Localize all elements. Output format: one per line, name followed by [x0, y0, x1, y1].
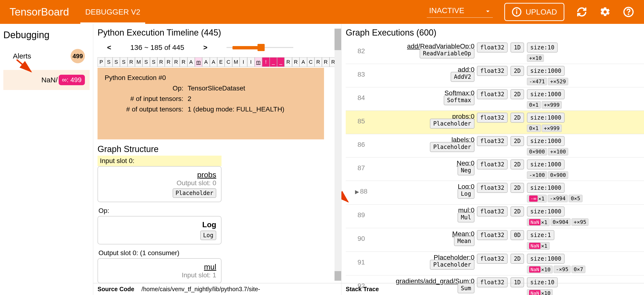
value-tags: -×1000×900: [527, 171, 569, 179]
row-index: 86: [346, 136, 377, 148]
input-slot-box[interactable]: probs Output slot: 0 Placeholder: [98, 166, 222, 202]
graph-exec-row[interactable]: 90Mean:0Meanfloat320Dsize:1NaN×1: [346, 228, 644, 252]
graph-exec-row[interactable]: 91Placeholder:0Placeholderfloat322Dsize:…: [346, 252, 644, 275]
size-pill: size:1000: [527, 136, 564, 146]
upload-button[interactable]: UPLOAD: [504, 3, 564, 21]
timeline-cell[interactable]: C: [307, 57, 314, 67]
dtype-pill: float32: [477, 254, 508, 264]
dtype-pill: float32: [477, 136, 508, 146]
op-pill: Log: [200, 230, 216, 240]
exec-out-label: # of output tensors:: [105, 106, 183, 113]
tab-debugger[interactable]: DEBUGGER V2: [80, 0, 145, 24]
timeline-pager: < 136 ~ 185 of 445 >: [98, 41, 337, 56]
timeline-cell[interactable]: S: [142, 57, 150, 67]
status-select[interactable]: INACTIVE: [427, 6, 493, 18]
graph-exec-row[interactable]: 86labels:0Placeholderfloat322Dsize:10000…: [346, 134, 644, 158]
timeline-cell[interactable]: R: [128, 57, 135, 67]
value-tags: 0×900+×100: [527, 148, 569, 155]
annotation-arrow-icon: [14, 57, 36, 76]
timeline-cell[interactable]: S: [150, 57, 157, 67]
row-index: 82: [346, 43, 377, 55]
timeline-cell[interactable]: R: [292, 57, 300, 67]
op-pill: Log: [458, 189, 474, 199]
graph-exec-row[interactable]: 84Softmax:0Softmaxfloat322Dsize:10000×1+…: [346, 87, 644, 111]
value-tags: -×471+×529: [527, 78, 569, 85]
graph-exec-row[interactable]: 85probs:0Placeholderfloat322Dsize:10000×…: [346, 111, 644, 134]
pager-prev[interactable]: <: [107, 44, 111, 52]
chevron-down-icon: [484, 7, 492, 15]
timeline-cell[interactable]: R: [314, 57, 322, 67]
op-name: Log: [103, 220, 216, 229]
dtype-pill: float32: [477, 206, 508, 216]
refresh-button[interactable]: [576, 6, 588, 18]
timeline-cell[interactable]: R: [172, 57, 180, 67]
graph-exec-row[interactable]: ▶88Log:0Logfloat322Dsize:1000-∞×1-×9940×…: [346, 181, 644, 204]
dtype-pill: float32: [477, 66, 508, 76]
exec-op-value: TensorSliceDataset: [188, 85, 245, 92]
svg-line-6: [341, 192, 348, 202]
pager-range: 136 ~ 185 of 445: [130, 44, 184, 52]
pager-next[interactable]: >: [204, 44, 208, 52]
main-area: Debugging Alerts 499 NaN/ ∞: 499 Python …: [0, 24, 644, 295]
timeline-cell[interactable]: S: [120, 57, 127, 67]
settings-button[interactable]: [599, 6, 611, 18]
timeline-cell[interactable]: E: [217, 57, 224, 67]
dtype-pill: float32: [477, 159, 508, 169]
op-pill: AddV2: [451, 72, 474, 82]
center-scrollbar[interactable]: [334, 29, 341, 281]
value-tags: +×10: [527, 54, 545, 62]
row-index: 91: [346, 254, 377, 266]
timeline-cell[interactable]: P: [98, 57, 105, 67]
stack-trace-footer: Stack Trace: [342, 283, 644, 295]
timeline-cell[interactable]: R: [180, 57, 187, 67]
op-pill: Neg: [458, 165, 474, 175]
svg-point-2: [517, 10, 517, 10]
help-button[interactable]: [622, 6, 634, 18]
graph-exec-row[interactable]: 87Neg:0Negfloat322Dsize:1000-×1000×900: [346, 158, 644, 181]
timeline-cell[interactable]: S: [112, 57, 120, 67]
output-slot-box[interactable]: mul Input slot: 1: [98, 258, 222, 283]
timeline-cell[interactable]: R: [157, 57, 165, 67]
output-name: mul: [103, 262, 216, 271]
timeline-slider[interactable]: [226, 45, 293, 50]
dtype-pill: float32: [477, 183, 508, 193]
timeline-cell[interactable]: R: [284, 57, 292, 67]
source-code-label: Source Code: [98, 286, 134, 292]
input-slot-header: Input slot 0:: [98, 156, 222, 166]
alerts-count-badge: 499: [70, 49, 85, 63]
op-box[interactable]: Log Log: [98, 216, 222, 244]
timeline-cell[interactable]: C: [224, 57, 232, 67]
brand-title: TensorBoard: [10, 6, 69, 18]
timeline-cell[interactable]: _: [270, 57, 277, 67]
nan-label: NaN/: [41, 76, 58, 84]
timeline-cell[interactable]: m: [255, 57, 262, 67]
size-pill: size:1000: [527, 113, 564, 123]
graph-exec-row[interactable]: 82add/ReadVariableOp:0ReadVariableOpfloa…: [346, 41, 644, 64]
timeline-cell[interactable]: A: [188, 57, 195, 67]
timeline-cell[interactable]: M: [232, 57, 240, 67]
status-text: INACTIVE: [429, 6, 464, 15]
timeline-cell[interactable]: A: [300, 57, 307, 67]
timeline-cell[interactable]: !: [262, 57, 270, 67]
row-index: 90: [346, 230, 377, 242]
timeline-cell[interactable]: I: [240, 57, 247, 67]
dtype-pill: float32: [477, 113, 508, 123]
debugging-title: Debugging: [3, 30, 90, 40]
op-pill: Mul: [458, 212, 474, 222]
size-pill: size:1: [527, 230, 554, 240]
center-panel: Python Execution Timeline (445) < 136 ~ …: [93, 24, 341, 295]
timeline-cell[interactable]: A: [210, 57, 217, 67]
sidebar: Debugging Alerts 499 NaN/ ∞: 499: [0, 24, 93, 295]
timeline-cell[interactable]: _: [277, 57, 284, 67]
timeline-cell[interactable]: R: [165, 57, 172, 67]
graph-structure-title: Graph Structure: [98, 144, 337, 154]
timeline-cell[interactable]: M: [135, 57, 142, 67]
graph-exec-row[interactable]: 83add:0AddV2float322Dsize:1000-×471+×529: [346, 64, 644, 87]
graph-exec-row[interactable]: 89mul:0Mulfloat322Dsize:1000NaN×10×904+×…: [346, 204, 644, 228]
timeline-cell[interactable]: m: [195, 57, 202, 67]
timeline-cell[interactable]: A: [202, 57, 210, 67]
timeline-cell[interactable]: S: [105, 57, 112, 67]
timeline-cell[interactable]: R: [322, 57, 329, 67]
op-pill: Softmax: [444, 95, 474, 105]
timeline-cell[interactable]: I: [247, 57, 255, 67]
